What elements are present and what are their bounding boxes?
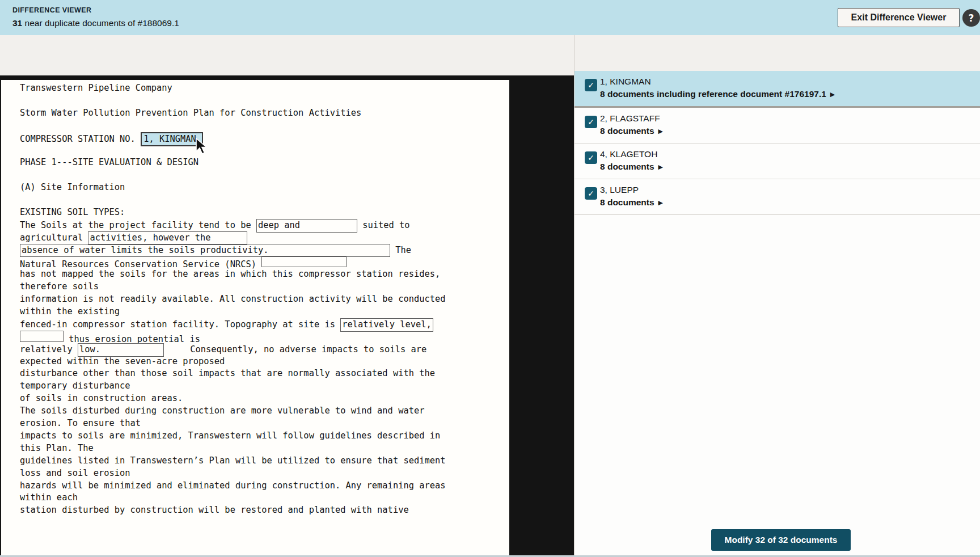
document-line (20, 120, 509, 132)
document-line (20, 144, 509, 157)
document-line: station disturbed by construction will b… (20, 504, 509, 517)
document-line (20, 95, 509, 107)
document-line: thus erosion potential is (20, 331, 509, 343)
toolbar: Document #176197.1 Difference of 19 ✓ Va… (0, 35, 980, 71)
expand-icon[interactable]: ▶ (830, 91, 835, 98)
document-line: within the existing (20, 306, 509, 318)
document-line: guidelines listed in Transwestern’s Plan… (20, 455, 509, 467)
document-line: of soils in construction areas. (20, 393, 509, 405)
document-line: Transwestern Pipeline Company (20, 82, 509, 95)
document-text-segment: COMPRESSOR STATION NO. (20, 134, 141, 144)
document-line: disturbance other than those soil impact… (20, 368, 509, 380)
document-text-segment: The Soils at the project facility tend t… (20, 220, 256, 230)
variant-checkbox[interactable]: ✓ (585, 187, 597, 200)
document-line: EXISTING SOIL TYPES: (20, 206, 509, 219)
variant-title: 2, FLAGSTAFF (600, 113, 660, 124)
document-line (20, 194, 509, 206)
document-viewer: Transwestern Pipeline CompanyStorm Water… (0, 71, 574, 557)
document-text-segment: has not mapped the soils for the areas i… (20, 269, 440, 279)
difference-box[interactable] (20, 331, 64, 342)
document-line: (A) Site Information (20, 182, 509, 194)
document-line (20, 169, 509, 182)
variant-checkbox[interactable]: ✓ (585, 79, 597, 91)
document-line: Natural Resources Conservation Service (… (20, 256, 509, 268)
current-difference-box[interactable]: 1, KINGMAN (141, 132, 203, 147)
document-text-segment: temporary disturbance (20, 381, 130, 391)
document-text-segment: The soils disturbed during construction … (20, 406, 424, 416)
document-text-segment: PHASE 1---SITE EVALUATION & DESIGN (20, 157, 198, 167)
document-line: Storm Water Pollution Prevention Plan fo… (20, 107, 509, 120)
variant-panel: ✓1, KINGMAN8 documents including referen… (574, 71, 980, 557)
variant-subtitle[interactable]: 8 documents▶ (600, 162, 663, 172)
document-text-segment: of soils in construction areas. (20, 393, 183, 403)
variant-row[interactable]: ✓4, KLAGETOH8 documents▶ (575, 144, 980, 179)
document-line: PHASE 1---SITE EVALUATION & DESIGN (20, 157, 509, 169)
document-line: impacts to soils are minimized, Transwes… (20, 430, 509, 442)
document-text-segment: disturbance other than those soil impact… (20, 368, 435, 378)
document-text-segment: Storm Water Pollution Prevention Plan fo… (20, 108, 361, 118)
variant-row[interactable]: ✓1, KINGMAN8 documents including referen… (575, 71, 980, 106)
document-line: has not mapped the soils for the areas i… (20, 268, 509, 281)
document-line: absence of water limits the soils produc… (20, 244, 509, 256)
duplicate-count: 31 (12, 18, 22, 28)
variant-document-count: 8 documents including reference document… (600, 89, 826, 99)
document-line: relatively low. Consequently, no adverse… (20, 343, 509, 356)
difference-box[interactable]: absence of water limits the soils produc… (20, 244, 390, 258)
variant-subtitle[interactable]: 8 documents including reference document… (600, 89, 835, 99)
variant-checkbox[interactable]: ✓ (585, 116, 597, 128)
variant-title: 3, LUEPP (600, 185, 639, 195)
expand-icon[interactable]: ▶ (658, 199, 663, 206)
document-page[interactable]: Transwestern Pipeline CompanyStorm Water… (1, 80, 509, 557)
document-line: this Plan. The (20, 442, 509, 455)
expand-icon[interactable]: ▶ (658, 163, 663, 171)
difference-box[interactable]: low. (78, 343, 164, 357)
row-divider (575, 214, 980, 215)
document-text-segment: therefore soils (20, 281, 99, 292)
document-text-segment: impacts to soils are minimized, Transwes… (20, 431, 440, 441)
document-line: fenced-in compressor station facility. T… (20, 318, 509, 331)
document-text-segment: (A) Site Information (20, 182, 125, 192)
document-text-segment: The (390, 245, 411, 255)
document-text-segment: fenced-in compressor station facility. T… (20, 319, 340, 330)
document-text-segment: agricultural (20, 233, 88, 243)
document-text-segment: Transwestern Pipeline Company (20, 83, 172, 93)
variant-row[interactable]: ✓3, LUEPP8 documents▶ (575, 179, 980, 214)
variant-subtitle[interactable]: 8 documents▶ (600, 197, 663, 208)
document-line: temporary disturbance (20, 380, 509, 393)
variant-checkbox[interactable]: ✓ (585, 151, 597, 164)
help-icon[interactable]: ? (962, 9, 980, 27)
difference-box[interactable] (261, 256, 347, 267)
variant-title: 4, KLAGETOH (600, 149, 657, 159)
document-text-segment: within each (20, 492, 78, 503)
difference-box[interactable]: relatively level, (340, 318, 433, 332)
expand-icon[interactable]: ▶ (658, 128, 663, 135)
variant-subtitle[interactable]: 8 documents▶ (600, 126, 663, 136)
document-line: therefore soils (20, 281, 509, 293)
document-frame: Transwestern Pipeline CompanyStorm Water… (0, 75, 574, 557)
exit-difference-viewer-button[interactable]: Exit Difference Viewer (838, 8, 960, 27)
document-text-segment: Consequently, no adverse impacts to soil… (164, 344, 426, 355)
document-text-segment: hazards will be minimized and eliminated… (20, 480, 446, 491)
duplicate-count-summary: 31 near duplicate documents of #188069.1 (12, 18, 179, 28)
variant-document-count: 8 documents (600, 126, 654, 136)
document-line: erosion. To ensure that (20, 417, 509, 430)
viewer-title: DIFFERENCE VIEWER (12, 6, 91, 14)
top-banner: DIFFERENCE VIEWER 31 near duplicate docu… (0, 0, 980, 35)
document-line: agricultural activities, however the (20, 231, 509, 244)
document-text-segment: station disturbed by construction will b… (20, 505, 409, 515)
variant-document-count: 8 documents (600, 162, 654, 172)
difference-box[interactable]: activities, however the (88, 231, 247, 245)
document-text-segment: suited to (357, 220, 410, 230)
document-text-segment: loss and soil erosion (20, 468, 130, 478)
document-text: Transwestern Pipeline CompanyStorm Water… (1, 80, 509, 517)
variant-document-count: 8 documents (600, 197, 654, 208)
variant-title: 1, KINGMAN (600, 77, 651, 87)
variant-row[interactable]: ✓2, FLAGSTAFF8 documents▶ (575, 108, 980, 143)
difference-box[interactable]: deep and (256, 219, 357, 233)
modify-documents-button[interactable]: Modify 32 of 32 documents (711, 529, 851, 551)
document-text-segment: this Plan. The (20, 443, 94, 453)
toolbar-divider (574, 35, 575, 71)
document-line: information is not readily available. Al… (20, 293, 509, 306)
document-text-segment: expected within the seven-acre proposed (20, 356, 225, 366)
document-text-segment: information is not readily available. Al… (20, 294, 446, 304)
